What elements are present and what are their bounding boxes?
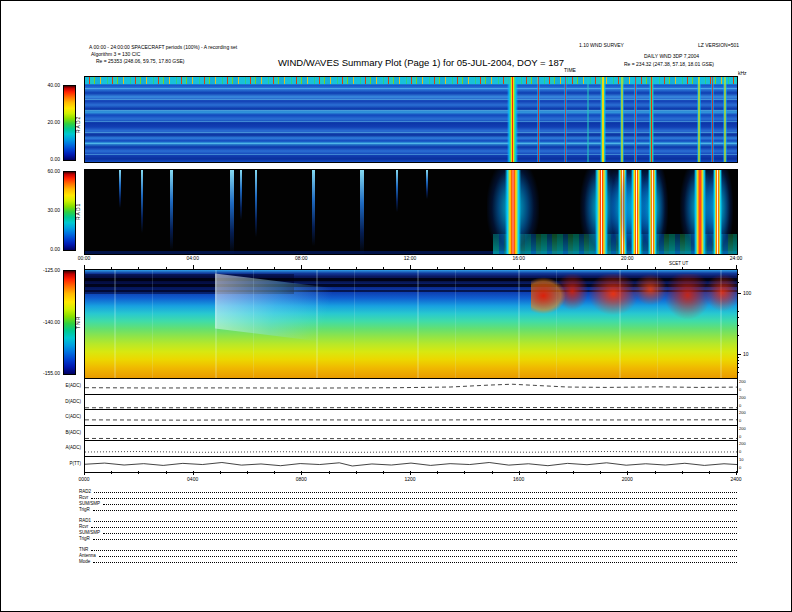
type3-burst <box>141 170 143 233</box>
freq-minor-tick <box>737 282 739 283</box>
header-right-position-label: Re = 234.32 (247.38, 57.18, 18.01 GSE) <box>624 61 714 67</box>
page-title: WIND/WAVES Summary Plot (Page 1) for 05-… <box>278 57 564 68</box>
time-tick <box>166 471 167 474</box>
status-label: Mode <box>79 559 90 564</box>
tnr-spectrogram <box>84 269 738 380</box>
strip-right-tick: 0 <box>739 465 741 470</box>
radio-burst <box>537 77 540 162</box>
rad1-colorbar-ticks: 60.0030.000.00 <box>27 171 60 249</box>
header-daily-label: DAILY WND 3DP 7,2004 <box>644 53 699 59</box>
strip-row <box>85 457 737 472</box>
time-tick <box>627 471 628 475</box>
freq-tick-label: 10 <box>743 351 749 357</box>
time-tick <box>111 471 112 474</box>
time-tick <box>329 471 330 474</box>
freq-minor-tick <box>737 372 739 373</box>
status-leader <box>94 520 737 522</box>
type3-burst <box>255 170 257 237</box>
type3-burst <box>396 170 398 212</box>
time-tick-label: 12:00 <box>404 255 417 261</box>
status-leader <box>99 555 737 557</box>
strip-right-tick: 10 <box>739 457 743 462</box>
time-tick <box>193 471 194 475</box>
colorbar-tick-label: 40.00 <box>47 82 60 88</box>
freq-minor-tick <box>737 317 739 318</box>
colorbar-tick-label: 0.00 <box>50 246 60 252</box>
strip-row <box>85 410 737 426</box>
freq-minor-tick <box>737 360 739 361</box>
freq-tick-label: 100 <box>743 290 751 296</box>
status-row: Mode <box>79 558 739 564</box>
radio-burst <box>649 77 654 162</box>
status-label: TrigR <box>79 507 90 512</box>
time-tick-label: 16:00 <box>512 255 525 261</box>
radio-burst <box>723 77 727 162</box>
status-group: TNRAntennaMode <box>79 546 739 564</box>
time-tick-label: 00:00 <box>78 255 91 261</box>
strip-line <box>85 457 737 472</box>
status-group: RAD1RcvrSUM/SMPTrigR <box>79 517 739 541</box>
rad2-spectrogram <box>84 76 738 163</box>
time-tick-label: 20:00 <box>621 255 634 261</box>
time-tick <box>464 471 465 474</box>
freq-major-tick <box>737 354 741 355</box>
freq-minor-tick <box>737 325 739 326</box>
time-tick <box>274 471 275 474</box>
status-leader <box>93 509 737 511</box>
radio-burst <box>711 77 714 162</box>
header-left-line-1: A 00:00 - 24:00:00 SPACECRAFT periods (1… <box>89 44 237 50</box>
header-left-line-3: Re = 25353 (248.06, 59.75, 17.80 GSE) <box>96 58 185 64</box>
time-tick <box>600 471 601 474</box>
strip-right-tick: 200 <box>739 410 746 415</box>
radio-burst <box>697 77 701 162</box>
freq-minor-tick <box>737 335 739 336</box>
tnr-frequency-axis: 10010 <box>737 269 759 378</box>
strip-right-tick: 0 <box>739 418 741 423</box>
rad2-colorbar-ticks: 40.0020.000.00 <box>27 85 60 159</box>
mid-axis-title: SCET UT <box>669 261 688 267</box>
rad1-axis-label: RAD1 <box>75 191 83 231</box>
strip-line <box>85 395 737 410</box>
strip-right-tick: 0 <box>739 434 741 439</box>
time-tick <box>492 471 493 474</box>
wind-waves-summary-plot: A 00:00 - 24:00:00 SPACECRAFT periods (1… <box>0 0 792 612</box>
status-label: SUM/SMP <box>79 530 100 535</box>
colorbar-tick-label: 0.00 <box>50 156 60 162</box>
strip-right-tick: 0 <box>739 403 741 408</box>
time-tick-label: 04:00 <box>186 255 199 261</box>
time-tick-label: 0400 <box>187 476 198 482</box>
status-leader <box>103 532 737 534</box>
strip-row <box>85 426 737 442</box>
strip-right-tick: 200 <box>739 395 746 400</box>
time-tick <box>546 471 547 474</box>
strip-row <box>85 395 737 411</box>
time-tick <box>736 471 737 475</box>
status-row: TrigR <box>79 506 739 512</box>
colorbar-tick-label: -155.00 <box>43 370 60 376</box>
status-leader <box>94 491 737 493</box>
freq-minor-tick <box>737 367 739 368</box>
time-tick <box>247 471 248 474</box>
time-label: TIME <box>564 67 576 73</box>
time-tick <box>682 471 683 474</box>
strip-row <box>85 441 737 457</box>
time-tick <box>138 471 139 474</box>
status-leader <box>93 561 737 563</box>
strip-right-tick: 200 <box>739 379 746 384</box>
tnr-enhanced-emission <box>531 274 737 336</box>
status-leader <box>103 503 737 505</box>
strip-row <box>85 379 737 395</box>
time-tick <box>356 471 357 474</box>
colorbar-tick-label: 20.00 <box>47 119 60 125</box>
status-label: SUM/SMP <box>79 501 100 506</box>
tnr-axis-label: TNR <box>75 304 83 340</box>
strip-line <box>85 441 737 456</box>
strip-line <box>85 410 737 425</box>
type3-burst <box>426 170 428 199</box>
time-tick <box>573 471 574 474</box>
status-label: TrigR <box>79 536 90 541</box>
housekeeping-strips <box>84 378 738 473</box>
radio-burst <box>634 77 637 162</box>
time-tick-label: 2000 <box>622 476 633 482</box>
status-group: RAD2RcvrSUM/SMPTrigR <box>79 488 739 512</box>
